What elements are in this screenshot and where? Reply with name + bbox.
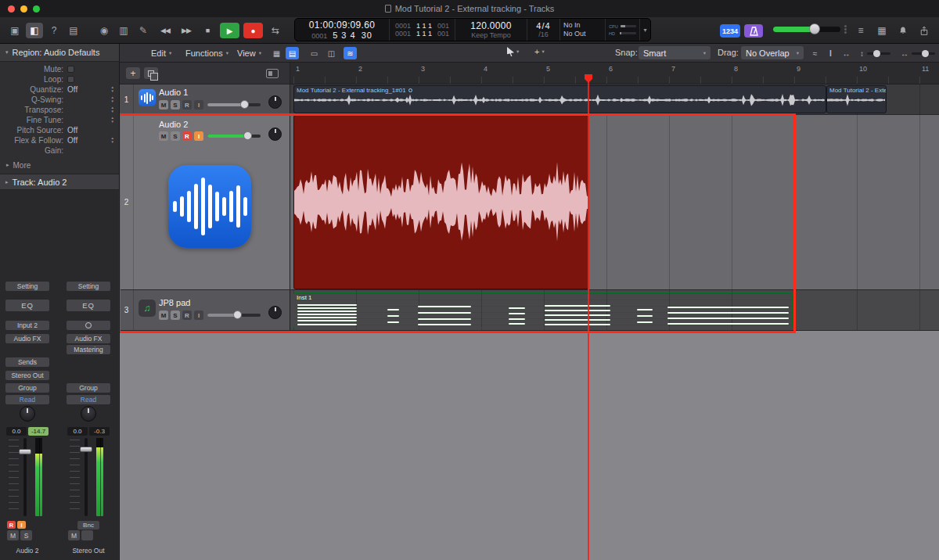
zoom-slider-knob[interactable] <box>873 50 880 57</box>
quick-help-icon[interactable]: ? <box>45 23 63 38</box>
track-lane-jp8pad[interactable]: Inst 1 <box>290 290 939 331</box>
edit-menu[interactable]: Edit▾ <box>151 47 171 59</box>
close-window-button[interactable] <box>8 5 15 13</box>
zoom-slider-groove[interactable] <box>912 52 935 55</box>
track-header-audio1[interactable]: 1 Audio 1 M S R I <box>120 84 290 115</box>
track-volume-slider[interactable] <box>207 314 261 317</box>
stepper-control[interactable]: ▲▼ <box>111 136 114 144</box>
forward-button[interactable]: ▶▶ <box>178 23 195 38</box>
pan-knob[interactable] <box>268 127 282 141</box>
sends-button[interactable]: Sends <box>5 357 49 367</box>
solo-button[interactable]: S <box>171 311 180 320</box>
loop-checkbox[interactable] <box>67 76 74 83</box>
record-enable-button[interactable]: R <box>182 311 192 320</box>
view-menu[interactable]: View▾ <box>237 47 261 59</box>
input-monitor-badge[interactable]: I <box>17 521 26 529</box>
track-row-jp8pad[interactable]: 3 ♫ JP8 pad M S R I Ins <box>120 290 939 331</box>
lcd-display[interactable]: 01:00:09:09.60 0001 5 3 4 30 0001 1 1 1 … <box>294 18 651 41</box>
drag-select[interactable]: No Overlap▾ <box>741 46 804 59</box>
snap-select[interactable]: Smart▾ <box>639 46 711 59</box>
pan-value[interactable]: 0.0 <box>6 427 27 436</box>
solo-button[interactable]: S <box>171 131 180 141</box>
record-enable-badge[interactable]: R <box>7 521 16 529</box>
midi-region[interactable]: Inst 1 <box>293 293 793 328</box>
lcd-mode-chevron[interactable]: ▾ <box>639 19 650 41</box>
mixer-icon[interactable]: ▥ <box>115 23 132 38</box>
pan-knob[interactable] <box>81 406 96 422</box>
lcd-tempo-section[interactable]: 120.0000 Keep Tempo <box>455 19 527 41</box>
more-disclosure[interactable]: ▸ More <box>0 160 119 171</box>
automation-mode-button[interactable]: Read <box>67 395 110 404</box>
smart-controls-icon[interactable]: ◉ <box>95 23 113 38</box>
input-monitor-button[interactable]: I <box>194 311 203 320</box>
solo-button[interactable]: S <box>20 530 32 540</box>
mute-button[interactable]: M <box>159 131 168 141</box>
pan-knob[interactable] <box>268 95 282 109</box>
track-header-options-icon[interactable] <box>266 69 279 78</box>
mute-button[interactable]: M <box>7 530 19 540</box>
setting-button[interactable]: Setting <box>5 282 49 291</box>
lcd-signature-section[interactable]: 4/4 /16 <box>527 19 559 41</box>
browsers-icon[interactable]: ▦ <box>873 23 890 38</box>
editors-icon[interactable]: ✎ <box>135 23 152 38</box>
group-button[interactable]: Group <box>67 383 110 393</box>
record-enable-button[interactable]: R <box>182 100 192 109</box>
mute-button[interactable]: M <box>159 311 168 320</box>
master-volume-groove[interactable] <box>773 27 840 32</box>
master-volume-slider[interactable] <box>773 25 847 34</box>
gain-plugin-button[interactable] <box>67 321 110 330</box>
flex-tool-icon[interactable]: ≋ <box>344 47 357 59</box>
pointer-tool-select[interactable]: ▾ <box>507 47 519 56</box>
master-volume-knob[interactable] <box>809 23 820 34</box>
horizontal-zoom-slider[interactable]: ↔ <box>901 49 935 58</box>
audio-region[interactable]: Mod Tutorial 2 - External tracking_1#01 <box>293 85 826 113</box>
mute-checkbox[interactable] <box>67 66 74 73</box>
volume-knob[interactable] <box>243 131 252 140</box>
pan-knob[interactable] <box>268 306 282 319</box>
functions-menu[interactable]: Functions▾ <box>185 47 228 59</box>
stepper-control[interactable]: ▲▼ <box>111 95 114 103</box>
bar-ruler[interactable]: 1234567891011 <box>290 63 939 84</box>
track-header-audio2[interactable]: 2 Audio 2 M S R I <box>120 115 290 290</box>
audio-fx-button[interactable]: Audio FX <box>5 334 49 343</box>
solo-button[interactable]: S <box>171 100 180 109</box>
volume-knob[interactable] <box>240 100 249 109</box>
pan-knob[interactable] <box>20 406 35 422</box>
count-in-button[interactable]: 1234 <box>720 24 740 38</box>
automation-mode-button[interactable]: Read <box>5 395 49 404</box>
waveform-zoom-icon[interactable]: ≈ <box>808 47 822 59</box>
toolbar-toggle-icon[interactable]: ▤ <box>65 23 82 38</box>
track-lane-audio1[interactable]: Mod Tutorial 2 - External tracking_1#01 … <box>290 84 939 115</box>
output-button[interactable]: Stereo Out <box>5 371 49 380</box>
zoom-slider-knob[interactable] <box>922 50 929 57</box>
stepper-control[interactable]: ▲▼ <box>111 85 114 93</box>
zoom-slider-groove[interactable] <box>867 52 890 55</box>
track-inspector-header[interactable]: ▸ Track: Audio 2 <box>0 174 119 190</box>
notifications-bell-icon[interactable] <box>894 23 912 38</box>
marquee-tool-icon[interactable]: ◫ <box>325 47 338 59</box>
mute-button[interactable]: M <box>159 100 168 109</box>
vertical-zoom-slider[interactable]: ↕ <box>860 49 890 58</box>
track-lane-audio2[interactable] <box>290 115 939 290</box>
volume-knob[interactable] <box>233 311 242 319</box>
volume-value[interactable]: -14.7 <box>28 427 49 436</box>
add-track-button[interactable]: + <box>126 67 140 79</box>
audio-fx-button[interactable]: Audio FX <box>67 334 110 343</box>
fader-handle[interactable] <box>80 447 92 452</box>
flex-follow-value[interactable]: Off <box>67 136 77 145</box>
quantize-value[interactable]: Off <box>67 85 77 94</box>
track-name[interactable]: Audio 1 <box>159 88 188 97</box>
group-button[interactable]: Group <box>5 383 49 393</box>
eq-button[interactable]: EQ <box>67 300 110 311</box>
grid-view-icon[interactable]: ▦ <box>270 47 283 59</box>
input-button[interactable]: Input 2 <box>5 321 49 330</box>
mute-button[interactable]: M <box>68 530 80 540</box>
volume-fader[interactable] <box>70 438 107 516</box>
list-view-icon[interactable]: ▤ <box>286 47 299 59</box>
fader-handle[interactable] <box>19 449 31 454</box>
input-monitor-button[interactable]: I <box>194 131 203 141</box>
stop-button[interactable]: ■ <box>199 23 216 38</box>
playhead-line[interactable] <box>588 74 589 560</box>
input-monitor-button[interactable]: I <box>194 100 203 109</box>
pan-value[interactable]: 0.0 <box>67 427 88 436</box>
